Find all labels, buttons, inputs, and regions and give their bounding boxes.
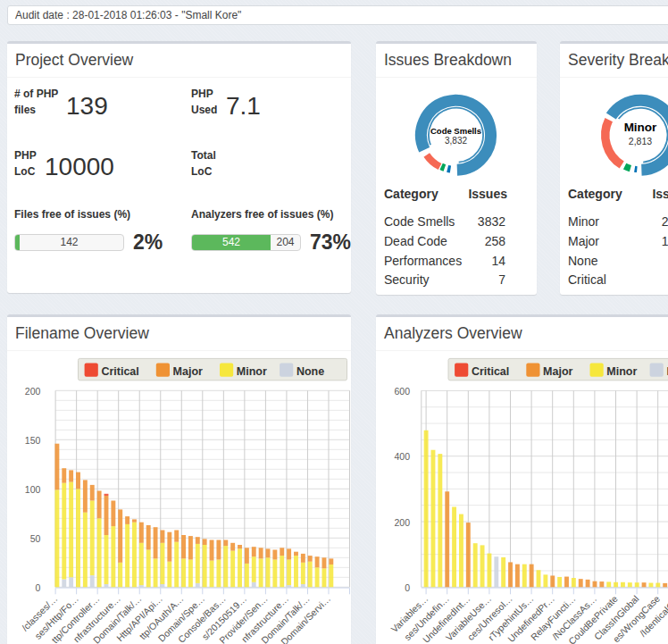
svg-text:Minor: Minor (606, 365, 637, 378)
svg-text:200: 200 (394, 517, 410, 528)
svg-text:3,832: 3,832 (445, 136, 467, 146)
svg-text:0: 0 (405, 582, 410, 593)
svg-text:Major: Major (173, 365, 203, 378)
svg-text:Code Smells: Code Smells (430, 126, 481, 136)
svg-text:2,813: 2,813 (629, 136, 652, 146)
svg-text:Critical: Critical (101, 365, 138, 378)
svg-text:600: 600 (394, 386, 410, 397)
svg-text:200: 200 (25, 386, 41, 397)
svg-text:Major: Major (543, 365, 572, 378)
svg-text:Critical: Critical (472, 365, 509, 378)
svg-text:400: 400 (394, 451, 410, 462)
svg-text:100: 100 (25, 484, 41, 495)
svg-text:Minor: Minor (624, 121, 657, 134)
svg-text:150: 150 (25, 435, 41, 446)
svg-text:None: None (296, 365, 324, 378)
svg-text:50: 50 (30, 533, 41, 544)
svg-text:Minor: Minor (237, 365, 267, 378)
svg-text:0: 0 (36, 582, 41, 593)
